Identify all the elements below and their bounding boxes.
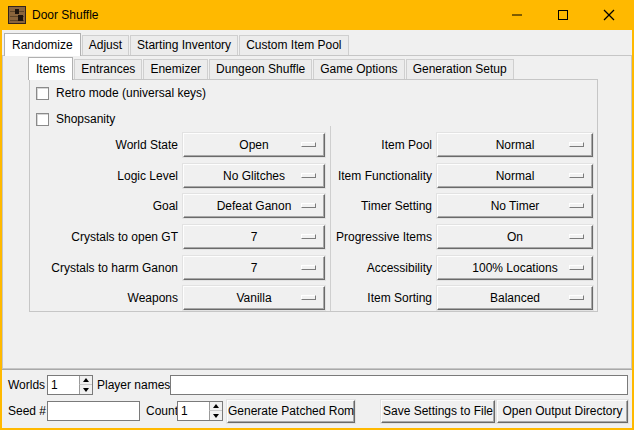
count-spin-up-button[interactable]	[209, 402, 222, 411]
count-spin-buttons	[209, 402, 222, 420]
dropdown-indicator-icon	[569, 203, 584, 208]
player-names-label: Player names	[97, 375, 170, 395]
dropdown-indicator-icon	[301, 234, 316, 239]
generate-patched-rom-button[interactable]: Generate Patched Rom	[227, 400, 355, 423]
close-button[interactable]	[586, 0, 632, 30]
worlds-spin-down-button[interactable]	[79, 385, 92, 394]
timer-setting-value: No Timer	[491, 199, 540, 213]
item-sorting-dropdown[interactable]: Balanced	[437, 286, 593, 310]
arrow-down-icon	[83, 388, 89, 392]
sub-tab-bar: Items Entrances Enemizer Dungeon Shuffle…	[28, 57, 514, 80]
count-label: Count	[146, 401, 178, 421]
item-pool-label: Item Pool	[330, 133, 432, 157]
retro-mode-checkbox-row[interactable]: Retro mode (universal keys)	[36, 86, 206, 100]
title-bar: Door Shuffle	[0, 0, 634, 30]
logic-level-dropdown[interactable]: No Glitches	[183, 164, 325, 188]
arrow-down-icon	[213, 414, 219, 418]
worlds-value: 1	[51, 376, 58, 394]
weapons-dropdown[interactable]: Vanilla	[183, 286, 325, 310]
item-pool-dropdown[interactable]: Normal	[437, 133, 593, 157]
dropdown-indicator-icon	[301, 265, 316, 270]
worlds-spin-up-button[interactable]	[79, 376, 92, 385]
goal-dropdown[interactable]: Defeat Ganon	[183, 194, 325, 218]
accessibility-label: Accessibility	[330, 256, 432, 280]
weapons-value: Vanilla	[236, 291, 271, 305]
bottom-panel-separator	[2, 369, 632, 370]
count-spinbox[interactable]: 1	[177, 401, 223, 421]
progressive-items-label: Progressive Items	[330, 225, 432, 249]
count-spin-down-button[interactable]	[209, 411, 222, 420]
item-sorting-value: Balanced	[490, 291, 540, 305]
app-door-icon	[8, 6, 26, 24]
crystals-open-gt-dropdown[interactable]: 7	[183, 225, 325, 249]
maximize-icon	[557, 9, 569, 21]
close-icon	[603, 9, 615, 21]
accessibility-value: 100% Locations	[472, 261, 557, 275]
tab-dungeon-shuffle[interactable]: Dungeon Shuffle	[209, 59, 312, 79]
count-value: 1	[181, 402, 188, 420]
progressive-items-dropdown[interactable]: On	[437, 225, 593, 249]
shopsanity-checkbox-row[interactable]: Shopsanity	[36, 112, 115, 126]
retro-mode-checkbox[interactable]	[36, 87, 49, 100]
dropdown-indicator-icon	[569, 295, 584, 300]
tab-starting-inventory[interactable]: Starting Inventory	[130, 35, 238, 55]
door-latch	[15, 9, 19, 14]
minimize-icon	[511, 9, 523, 21]
worlds-spin-buttons	[79, 376, 92, 394]
dropdown-indicator-icon	[301, 173, 316, 178]
door-keyhole	[18, 15, 23, 21]
item-functionality-value: Normal	[496, 169, 535, 183]
tab-custom-item-pool[interactable]: Custom Item Pool	[239, 35, 348, 55]
retro-mode-label: Retro mode (universal keys)	[56, 86, 206, 100]
item-functionality-label: Item Functionality	[330, 164, 432, 188]
dropdown-indicator-icon	[301, 142, 316, 147]
open-output-directory-button[interactable]: Open Output Directory	[497, 400, 628, 423]
crystals-open-gt-label: Crystals to open GT	[40, 225, 178, 249]
seed-label: Seed #	[8, 401, 46, 421]
goal-label: Goal	[40, 194, 178, 218]
crystals-harm-ganon-dropdown[interactable]: 7	[183, 256, 325, 280]
dropdown-indicator-icon	[301, 203, 316, 208]
tab-randomize[interactable]: Randomize	[4, 33, 81, 56]
tab-items[interactable]: Items	[28, 57, 73, 80]
window-content: Randomize Adjust Starting Inventory Cust…	[2, 30, 632, 428]
worlds-label: Worlds	[8, 375, 45, 395]
save-settings-button[interactable]: Save Settings to File	[381, 400, 495, 423]
dropdown-indicator-icon	[569, 173, 584, 178]
timer-setting-label: Timer Setting	[330, 194, 432, 218]
crystals-harm-ganon-value: 7	[251, 261, 258, 275]
world-state-dropdown[interactable]: Open	[183, 133, 325, 157]
accessibility-dropdown[interactable]: 100% Locations	[437, 256, 593, 280]
weapons-label: Weapons	[40, 286, 178, 310]
item-sorting-label: Item Sorting	[330, 286, 432, 310]
dropdown-indicator-icon	[301, 295, 316, 300]
player-names-input[interactable]	[170, 375, 628, 395]
arrow-up-icon	[213, 404, 219, 408]
dropdown-indicator-icon	[569, 265, 584, 270]
world-state-label: World State	[40, 133, 178, 157]
door-shuffle-window: Door Shuffle Randomize Adjust Starting I…	[0, 0, 634, 430]
timer-setting-dropdown[interactable]: No Timer	[437, 194, 593, 218]
crystals-open-gt-value: 7	[251, 230, 258, 244]
tab-enemizer[interactable]: Enemizer	[143, 59, 208, 79]
arrow-up-icon	[83, 378, 89, 382]
maximize-button[interactable]	[540, 0, 586, 30]
logic-level-label: Logic Level	[40, 164, 178, 188]
seed-input[interactable]	[47, 401, 140, 421]
tab-generation-setup[interactable]: Generation Setup	[406, 59, 514, 79]
main-tab-bar: Randomize Adjust Starting Inventory Cust…	[4, 33, 349, 56]
tab-entrances[interactable]: Entrances	[74, 59, 142, 79]
dropdown-indicator-icon	[569, 142, 584, 147]
goal-value: Defeat Ganon	[217, 199, 292, 213]
tab-game-options[interactable]: Game Options	[313, 59, 404, 79]
item-pool-value: Normal	[496, 138, 535, 152]
tab-adjust[interactable]: Adjust	[82, 35, 129, 55]
shopsanity-label: Shopsanity	[56, 112, 115, 126]
logic-level-value: No Glitches	[223, 169, 285, 183]
worlds-spinbox[interactable]: 1	[47, 375, 93, 395]
shopsanity-checkbox[interactable]	[36, 113, 49, 126]
progressive-items-value: On	[507, 230, 523, 244]
minimize-button[interactable]	[494, 0, 540, 30]
item-functionality-dropdown[interactable]: Normal	[437, 164, 593, 188]
crystals-harm-ganon-label: Crystals to harm Ganon	[32, 256, 178, 280]
